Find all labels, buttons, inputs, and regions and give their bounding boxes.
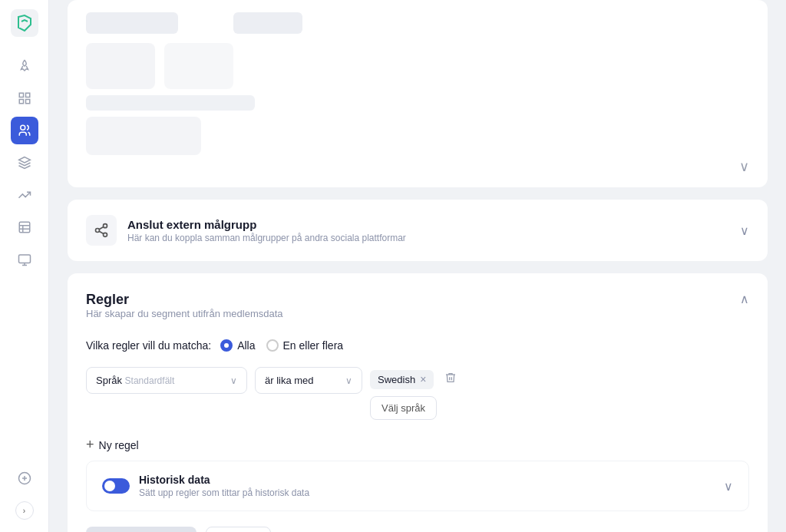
tag-container: Swedish × Välj språk [370,367,461,420]
sidebar-expand-button[interactable]: › [15,501,34,520]
swedish-tag[interactable]: Swedish × [370,370,434,389]
anslut-chevron-icon: ∨ [740,223,749,238]
historisk-toggle[interactable] [102,478,130,494]
select-language-button[interactable]: Välj språk [370,396,437,420]
condition-label: är lika med [265,375,314,386]
anslut-title: Anslut extern målgrupp [127,218,406,231]
field-chevron-icon: ∨ [230,375,237,386]
svg-rect-3 [19,100,23,104]
footer-row: Spara och synka Ta bort [86,527,749,532]
sidebar-icon-users[interactable] [11,117,38,144]
historisk-card[interactable]: Historisk data Sätt upp regler som titta… [86,461,749,511]
condition-select[interactable]: är lika med ∨ [255,367,362,394]
radio-en-eller-flera-label: En eller flera [283,339,344,352]
anslut-card[interactable]: Anslut extern målgrupp Här kan du koppla… [68,200,768,261]
svg-rect-1 [19,93,23,97]
svg-rect-7 [19,222,30,233]
radio-en-eller-flera-dot [266,339,279,352]
placeholder-col1 [86,12,178,34]
svg-point-5 [20,125,25,130]
field-select-label: Språk [96,375,122,386]
delete-rule-icon[interactable] [440,367,461,392]
regler-header: Regler Här skapar du segment utifrån med… [86,292,749,335]
anslut-subtitle: Här kan du koppla samman målgrupper på a… [127,233,406,243]
tag-label: Swedish [378,374,415,385]
top-placeholder-card: ∨ [68,0,768,187]
logo-icon[interactable] [11,9,38,37]
anslut-icon [86,215,117,246]
sidebar-icon-add[interactable] [11,464,38,492]
svg-rect-0 [11,9,38,37]
placeholder-thumb1 [86,43,155,89]
add-rule-button[interactable]: + Ny regel [86,429,139,461]
svg-point-17 [104,224,107,228]
historisk-text: Historisk data Sätt upp regler som titta… [139,474,309,498]
placeholder-col2 [233,12,302,34]
tag-values: Swedish × Välj språk [370,367,461,420]
radio-alla-label: Alla [237,339,255,352]
anslut-text: Anslut extern målgrupp Här kan du koppla… [127,218,406,243]
svg-rect-2 [25,93,29,97]
field-placeholder-text: Standardfält [125,375,175,386]
sidebar-icon-rocket[interactable] [11,52,38,80]
svg-rect-4 [25,100,29,104]
historisk-subtitle: Sätt upp regler som tittar på historisk … [139,487,309,498]
delete-button[interactable]: Ta bort [206,527,271,532]
add-rule-label: Ny regel [99,439,139,451]
svg-line-20 [99,231,104,233]
historisk-chevron-icon: ∨ [724,479,733,494]
svg-rect-11 [18,255,30,263]
regler-chevron-icon: ∧ [740,292,749,306]
regler-subtitle: Här skapar du segment utifrån medlemsdat… [86,308,283,319]
radio-group: Alla En eller flera [220,339,343,352]
match-row: Vilka regler vill du matcha: Alla En ell… [86,339,749,352]
historisk-title: Historisk data [139,474,309,486]
sidebar-icon-chart[interactable] [11,181,38,209]
save-button[interactable]: Spara och synka [86,527,196,532]
radio-alla[interactable]: Alla [220,339,255,352]
svg-line-21 [99,226,104,229]
sidebar-icon-display[interactable] [11,246,38,273]
placeholder-row2 [86,95,255,111]
tag-row: Swedish × [370,367,461,392]
main-content: ∨ Anslut extern målgrupp Här kan du kopp… [49,0,786,532]
field-select[interactable]: Språk Standardfält ∨ [86,367,247,394]
tag-remove-icon[interactable]: × [420,374,426,385]
sidebar-icon-grid[interactable] [11,84,38,112]
regler-card: Regler Här skapar du segment utifrån med… [68,273,768,532]
rule-row: Språk Standardfält ∨ är lika med ∨ [86,367,749,420]
svg-marker-6 [18,157,30,164]
add-rule-plus-icon: + [86,437,94,453]
condition-chevron-icon: ∨ [345,375,352,386]
sidebar-icon-layers[interactable] [11,149,38,177]
regler-title: Regler [86,292,283,308]
placeholder-thumb2 [164,43,233,89]
sidebar: › [0,0,49,532]
historisk-left: Historisk data Sätt upp regler som titta… [102,474,309,498]
match-label: Vilka regler vill du matcha: [86,339,211,352]
radio-en-eller-flera[interactable]: En eller flera [266,339,344,352]
placeholder-chevron: ∨ [86,158,749,175]
anslut-left: Anslut extern målgrupp Här kan du koppla… [86,215,406,246]
placeholder-thumb3 [86,117,201,155]
svg-point-18 [96,229,100,233]
sidebar-icon-table[interactable] [11,213,38,241]
radio-alla-dot [220,339,233,352]
svg-point-19 [104,233,107,236]
